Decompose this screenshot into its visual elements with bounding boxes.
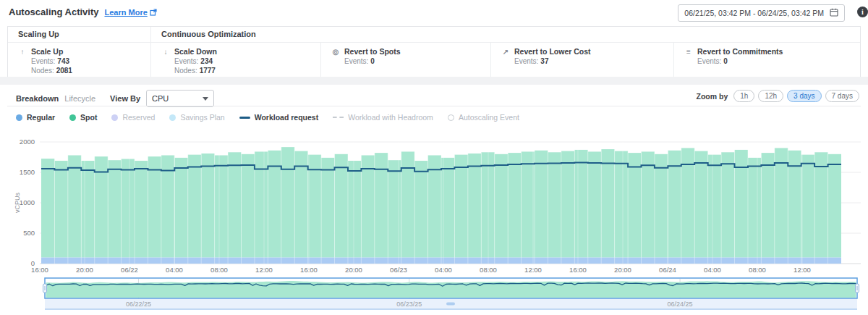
x-tick-06-22-2: 06/22 [121, 266, 138, 274]
view-by-dropdown[interactable]: CPU [146, 90, 214, 107]
spot-area-bar [428, 155, 441, 257]
legend-label: Regular [27, 113, 55, 122]
nodes-value: 1777 [200, 67, 216, 75]
legend-item-autoscaling-event[interactable]: Autoscaling Event [448, 113, 519, 122]
x-tick-16-00-6: 16:00 [300, 266, 318, 274]
spot-area-bar [68, 155, 81, 257]
zoom-option-1h[interactable]: 1h [733, 90, 754, 102]
spot-area-bar [535, 151, 548, 258]
workload-with-headroom-swatch [333, 117, 344, 118]
spot-area-bar [81, 161, 94, 258]
spot-area-bar [694, 151, 707, 258]
spot-area-bar [335, 154, 348, 258]
autoscaling-stats-panel: Scaling Up Continuous Optimization ↑Scal… [7, 26, 861, 77]
date-range-value: 06/21/25, 03:42 PM - 06/24/25, 03:42 PM [684, 9, 824, 17]
spot-area-bar [561, 151, 574, 258]
spot-area-bar [188, 155, 201, 258]
spot-area-bar [361, 155, 374, 257]
x-tick-08-00-10: 08:00 [480, 266, 497, 274]
x-tick-06-24-14: 06/24 [659, 266, 676, 274]
x-tick-16-00-0: 16:00 [31, 266, 48, 274]
card-title: Revert to Lower Cost [514, 47, 591, 56]
overview-date-06-24-25: 06/24/25 [668, 301, 693, 308]
spot-area-bar [708, 155, 721, 258]
spot-area-bar [588, 151, 601, 257]
legend-label: Reserved [122, 113, 155, 122]
events-value: 0 [723, 57, 728, 65]
spot-area-bar [761, 153, 774, 257]
x-tick-16-00-12: 16:00 [569, 266, 587, 274]
spot-area-bar [828, 154, 841, 258]
events-value: 234 [200, 57, 213, 65]
spot-icon: ◎ [331, 48, 340, 56]
spot-area-bar [735, 150, 748, 258]
workload-request-swatch [239, 117, 250, 119]
nodes-value: 2081 [56, 67, 72, 75]
x-tick-08-00-4: 08:00 [210, 266, 228, 274]
events-row: Events:743 [31, 57, 150, 65]
chart-controls: Breakdown Lifecycle View By CPU [16, 90, 214, 107]
main-chart[interactable]: 050010001500200016:0020:0006/2204:0008:0… [0, 129, 868, 275]
reserved-swatch [111, 114, 118, 121]
y-axis-label: vCPUs [14, 193, 21, 214]
x-tick-20-00-1: 20:00 [76, 266, 93, 274]
legend-item-savings-plan[interactable]: Savings Plan [169, 113, 224, 122]
spot-area-bar [801, 155, 814, 258]
legend-label: Autoscaling Event [459, 113, 519, 122]
spot-area-bar [574, 150, 587, 258]
spot-swatch [69, 114, 76, 121]
zoom-option-7-days[interactable]: 7 days [825, 90, 859, 102]
section-divider [0, 77, 868, 85]
spot-area-bar [174, 158, 187, 258]
zoom-by-label: Zoom by [697, 92, 728, 101]
spot-area-bar [775, 148, 788, 257]
spot-area-bar [454, 155, 467, 258]
legend-item-reserved[interactable]: Reserved [111, 113, 155, 122]
card-scale-down: ↓Scale Down Events:234 Nodes:1777 [150, 43, 320, 77]
learn-more-link[interactable]: Learn More [104, 8, 147, 17]
nodes-row: Nodes:1777 [174, 67, 320, 75]
legend-label: Savings Plan [180, 113, 224, 122]
events-value: 0 [370, 57, 375, 65]
spot-area-bar [721, 152, 734, 257]
card-scale-up: ↑Scale Up Events:743 Nodes:2081 [8, 43, 150, 77]
x-tick-20-00-7: 20:00 [345, 266, 362, 274]
zoom-option-3-days[interactable]: 3 days [787, 90, 821, 102]
legend-item-workload-with-headroom[interactable]: Workload with Headroom [333, 113, 433, 122]
arrow-up-icon: ↑ [18, 48, 27, 56]
spot-area-bar [135, 161, 148, 258]
legend-item-regular[interactable]: Regular [16, 113, 55, 122]
card-title: Revert to Commitments [697, 47, 783, 56]
x-tick-04-00-15: 04:00 [704, 266, 721, 274]
card-revert-to-lower-cost: ↗Revert to Lower Cost Events:37 [490, 43, 673, 77]
x-tick-08-00-16: 08:00 [749, 266, 766, 274]
y-tick-2000: 2000 [20, 138, 35, 146]
legend-label: Workload with Headroom [348, 113, 433, 122]
zoom-option-12h[interactable]: 12h [758, 90, 783, 102]
x-tick-20-00-13: 20:00 [614, 266, 631, 274]
lower-cost-icon: ↗ [501, 48, 510, 56]
spot-area-bar [54, 161, 67, 258]
regular-swatch [16, 114, 22, 121]
spot-area-bar [522, 151, 535, 257]
legend-item-spot[interactable]: Spot [69, 113, 97, 122]
x-tick-12-00-5: 12:00 [255, 266, 273, 274]
overview-chart[interactable]: 06/22/2506/23/2506/24/25 [0, 275, 868, 315]
overview-scrollbar-thumb[interactable] [446, 303, 455, 306]
spot-area-bar [201, 154, 214, 258]
spot-area-bar [321, 158, 334, 258]
spot-area-bar [41, 159, 54, 258]
spot-area-bar [294, 151, 307, 258]
legend-item-workload-request[interactable]: Workload request [239, 113, 319, 122]
arrow-down-icon: ↓ [161, 48, 170, 56]
spot-area-bar [375, 153, 388, 257]
page-title-row: Autoscaling ActivityLearn More [9, 7, 157, 18]
tab-breakdown[interactable]: Breakdown [16, 94, 59, 103]
tab-lifecycle[interactable]: Lifecycle [64, 94, 95, 103]
info-icon[interactable]: i [857, 7, 868, 17]
events-value: 743 [57, 57, 69, 65]
card-title: Revert to Spots [344, 47, 401, 56]
date-range-picker[interactable]: 06/21/25, 03:42 PM - 06/24/25, 03:42 PM [678, 4, 845, 22]
events-row: Events:37 [514, 57, 673, 65]
spot-area-bar [628, 153, 641, 257]
